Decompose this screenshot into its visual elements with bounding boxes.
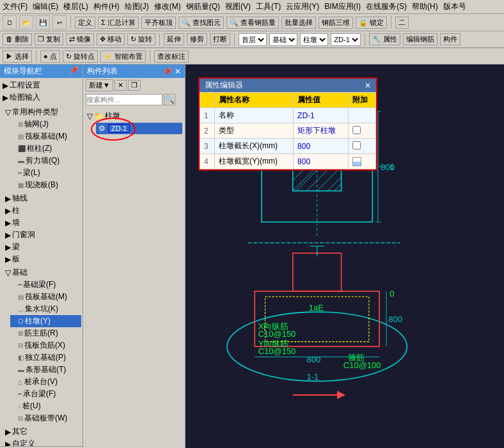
rotate-point-btn[interactable]: ↻ 旋转点 [63, 50, 98, 63]
mirror-btn[interactable]: ⇄ 镜像 [66, 33, 94, 45]
sidebar-item-col-group[interactable]: ▶ 柱 [4, 205, 81, 217]
panel-close-icon[interactable]: ✕ [175, 67, 181, 76]
strip-icon: ▬ [18, 366, 24, 373]
prop-row3-value[interactable]: 800 [294, 139, 349, 154]
panel-pin-icon[interactable]: 📌 [162, 67, 172, 76]
copy-element-btn[interactable]: ❐ [128, 80, 141, 91]
prop-close-btn[interactable]: ✕ [365, 81, 371, 90]
floor-select[interactable]: 首层 [239, 33, 267, 46]
sidebar-item-foundation-beam[interactable]: ━ 基础梁(F) [10, 279, 81, 291]
flat-top-btn[interactable]: 平齐板顶 [141, 17, 176, 29]
sidebar-item-engineering[interactable]: ▶ 工程设置 [1, 79, 81, 91]
prop-row1-value[interactable]: ZD-1 [294, 108, 349, 123]
delete-btn[interactable]: 🗑 删除 [3, 33, 32, 45]
sidebar-item-strip-found[interactable]: ▬ 条形基础(T) [10, 364, 81, 376]
menu-modify[interactable]: 修改(M) [154, 1, 181, 12]
menu-version[interactable]: 版本号 [443, 1, 466, 12]
sidebar-item-custom[interactable]: ▶ 自定义 [4, 438, 81, 446]
new-btn[interactable]: 🗋 [3, 15, 17, 29]
comp-tree-zd1[interactable]: ⚙ ZD-1 [96, 123, 182, 134]
menu-tools[interactable]: 工具(T) [256, 1, 281, 12]
menu-online[interactable]: 在线服务(S) [366, 1, 407, 12]
sidebar-item-other[interactable]: ▶ 其它 [4, 426, 81, 438]
edit-rebar-btn[interactable]: 编辑钢筋 [403, 33, 437, 45]
prop-row3-name: 柱墩截长(X)(mm) [215, 139, 294, 154]
sidebar-pin-icon[interactable]: 📌 [69, 66, 79, 77]
prop-row3-checkbox[interactable] [352, 141, 361, 150]
menu-bim[interactable]: BIM应用(I) [324, 1, 361, 12]
sidebar-item-drawing[interactable]: ▶ 绘图输入 [1, 91, 81, 104]
sidebar-item-wall-group[interactable]: ▶ 墙 [4, 217, 81, 229]
view-rebar-btn[interactable]: 🔍 查看钢筋量 [226, 17, 279, 29]
sidebar-item-isolated-found[interactable]: ◧ 独立基础(P) [10, 351, 81, 364]
menu-cloud[interactable]: 云应用(Y) [286, 1, 319, 12]
sidebar-item-shear-wall[interactable]: ▬ 剪力墙(Q) [10, 155, 81, 167]
lock-btn[interactable]: 🔒 锁定 [356, 17, 387, 29]
sidebar-item-main-rebar[interactable]: ⊞ 筋主筋(R) [10, 327, 81, 339]
sidebar-item-slab[interactable]: ▦ 现浇板(B) [10, 179, 81, 191]
comp-tree-root[interactable]: ▽ 📁 柱墩 [86, 109, 182, 123]
type-select[interactable]: 基础 [269, 33, 297, 46]
sidebar-item-raft-found[interactable]: ▤ 筏板基础(M) [10, 291, 81, 303]
menu-file[interactable]: 文件(F) [3, 1, 28, 12]
prop-row4-value[interactable]: 800 [294, 154, 349, 169]
menu-rebar-qty[interactable]: 钢筋量(Q) [186, 1, 220, 12]
menu-element[interactable]: 构件(H) [93, 1, 120, 12]
neg-rebar-icon: ⊟ [18, 342, 23, 349]
sidebar-item-axis-group[interactable]: ▶ 轴线 [4, 192, 81, 205]
menu-draw[interactable]: 绘图(J) [125, 1, 149, 12]
open-btn[interactable]: 📂 [19, 15, 33, 29]
menu-view[interactable]: 视图(V) [225, 1, 251, 12]
element-type-select[interactable]: 柱墩 [300, 33, 328, 46]
sidebar-item-column[interactable]: ⬛ 框柱(Z) [10, 143, 81, 155]
menu-floor[interactable]: 楼层(L) [63, 1, 88, 12]
select-btn[interactable]: ▶ 选择 [3, 50, 32, 63]
define-btn[interactable]: 定义 [75, 17, 95, 29]
move-btn[interactable]: ✥ 移动 [97, 33, 125, 45]
sidebar-item-found-strip[interactable]: ⊟ 基础板带(W) [10, 412, 81, 424]
rebar-3d-btn[interactable]: 钢筋三维 [319, 17, 353, 29]
property-btn[interactable]: 🔧 属性 [369, 33, 400, 45]
draw-canvas[interactable]: 属性编辑器 ✕ 属性名称 属性值 附加 1 [185, 65, 504, 448]
search-input[interactable] [86, 94, 162, 105]
delete-element-btn[interactable]: ✕ [114, 80, 127, 91]
search-btn[interactable]: 🔍 [164, 94, 175, 105]
trim-btn[interactable]: 修剪 [187, 33, 207, 45]
found-strip-icon: ⊟ [18, 415, 23, 422]
sidebar-item-beam[interactable]: ━ 梁(L) [10, 167, 81, 179]
smart-layout-btn[interactable]: ⚡ 智能布置 [100, 50, 146, 63]
prop-row2-value[interactable]: 矩形下柱墩 [294, 123, 349, 139]
two-btn[interactable]: 二 [395, 17, 409, 29]
extend-btn[interactable]: 延伸 [164, 33, 184, 45]
batch-select-btn[interactable]: 批量选择 [281, 17, 316, 29]
undo-btn[interactable]: ↩ [52, 15, 67, 29]
rotate-btn[interactable]: ↻ 旋转 [127, 33, 155, 45]
check-mark-btn[interactable]: 查改标注 [154, 50, 189, 63]
element-btn[interactable]: 构件 [440, 33, 461, 45]
sidebar-item-common[interactable]: ▽ 常用构件类型 [4, 106, 81, 118]
find-elem-btn[interactable]: 🔍 查找图元 [178, 17, 224, 29]
sidebar-item-foundation-group[interactable]: ▽ 基础 [4, 266, 81, 279]
sidebar-item-door-group[interactable]: ▶ 门窗洞 [4, 229, 81, 241]
sum-calc-btn[interactable]: Σ 汇总计算 [98, 17, 139, 29]
found-beam-label: 基础梁(F) [23, 279, 56, 290]
sidebar-item-beam-group[interactable]: ▶ 梁 [4, 241, 81, 253]
break-btn[interactable]: 打断 [210, 33, 230, 45]
sidebar-item-slab-group[interactable]: ▶ 板 [4, 253, 81, 265]
sidebar-item-raft[interactable]: ▤ 筏板基础(M) [10, 130, 81, 143]
sidebar-item-cap-beam[interactable]: ━ 承台梁(F) [10, 388, 81, 400]
copy-btn[interactable]: ❐ 复制 [35, 33, 63, 45]
menu-edit[interactable]: 编辑(E) [33, 1, 58, 12]
menu-help[interactable]: 帮助(H) [412, 1, 438, 12]
sidebar-item-pile[interactable]: ↓ 桩(U) [10, 400, 81, 412]
sidebar-item-axis[interactable]: ⊞ 轴网(J) [10, 118, 81, 130]
prop-row2-checkbox[interactable] [352, 126, 361, 134]
sidebar-item-sump[interactable]: ◡ 集水坑(K) [10, 303, 81, 315]
sidebar-item-neg-rebar[interactable]: ⊟ 筏板负筋(X) [10, 339, 81, 351]
new-element-btn[interactable]: 新建▼ [86, 79, 113, 91]
save-btn[interactable]: 💾 [36, 15, 50, 29]
sidebar-item-pier[interactable]: ⬡ 柱墩(Y) [10, 315, 81, 327]
sidebar-item-pile-cap[interactable]: △ 桩承台(V) [10, 376, 81, 388]
point-btn[interactable]: ● 点 [40, 50, 60, 63]
element-id-select[interactable]: ZD-1 [331, 33, 361, 46]
